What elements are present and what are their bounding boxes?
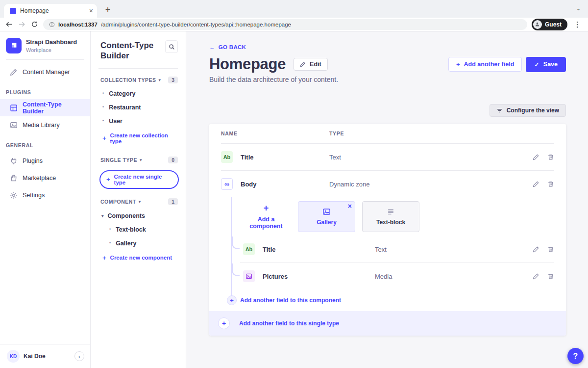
subnav-group-components[interactable]: ▾ Components <box>91 209 186 223</box>
pencil-icon <box>533 154 539 160</box>
component-card-label: Text-block <box>376 219 405 226</box>
group-component[interactable]: COMPONENT ▾ 1 <box>91 190 186 209</box>
subnav-item-gallery[interactable]: • Gallery <box>91 237 186 250</box>
main-sidebar: Strapi Dashboard Workplace Content Manag… <box>0 31 91 368</box>
create-component-link[interactable]: + Create new component <box>91 250 186 265</box>
sidebar-divider <box>6 59 84 60</box>
tab-close-icon[interactable]: × <box>89 7 93 14</box>
sidebar-item-settings[interactable]: Settings <box>0 186 90 204</box>
bullet-icon: • <box>109 227 111 232</box>
add-field-to-single-type-button[interactable]: + Add another field to this single type <box>209 311 566 336</box>
subnav-item-label: Gallery <box>116 240 136 247</box>
browser-forward-icon[interactable] <box>18 20 26 28</box>
dz-connector <box>232 263 240 276</box>
component-card-gallery[interactable]: × Gallery <box>298 201 355 232</box>
trash-icon <box>547 181 554 187</box>
count-badge: 1 <box>168 198 178 205</box>
url-bar[interactable]: localhost:1337/admin/plugins/content-typ… <box>43 19 527 30</box>
sidebar-section-plugins: PLUGINS <box>0 80 90 99</box>
delete-field-button[interactable] <box>547 246 554 253</box>
browser-tab[interactable]: Homepage × <box>4 4 97 18</box>
page-subtitle: Build the data architecture of your cont… <box>209 76 566 83</box>
sidebar-item-content-manager[interactable]: Content Manager <box>0 63 90 80</box>
subnav-item-user[interactable]: • User <box>91 114 186 128</box>
url-host: localhost:1337 <box>58 22 98 27</box>
sidebar-item-label: Marketplace <box>23 175 56 182</box>
field-name: Body <box>241 181 257 188</box>
add-component-button[interactable]: + Add a component <box>241 201 291 232</box>
profile-button[interactable]: Guest <box>532 19 567 30</box>
field-name: Pictures <box>263 273 288 280</box>
edit-field-button[interactable] <box>533 181 539 187</box>
sidebar-item-media-library[interactable]: Media Library <box>0 116 90 133</box>
edit-field-button[interactable] <box>533 154 539 160</box>
browser-menu-icon[interactable]: ⋮ <box>572 20 583 29</box>
pencil-icon <box>300 61 306 67</box>
save-button[interactable]: ✓ Save <box>526 57 566 72</box>
group-single-type[interactable]: SINGLE TYPE ▾ 0 <box>91 149 186 167</box>
plus-circle-icon: + <box>218 317 230 329</box>
text-field-icon: Ab <box>221 151 233 163</box>
create-link-label: Create new collection type <box>110 132 178 144</box>
go-back-link[interactable]: ← GO BACK <box>209 44 246 50</box>
browser-back-icon[interactable] <box>5 20 13 28</box>
help-button[interactable]: ? <box>567 348 584 364</box>
dz-connector <box>232 237 240 249</box>
remove-component-icon[interactable]: × <box>348 202 352 210</box>
create-single-type-link[interactable]: + Create new single type <box>99 170 179 189</box>
delete-field-button[interactable] <box>547 181 554 187</box>
plus-icon: + <box>106 176 110 183</box>
subnav-item-restaurant[interactable]: • Restaurant <box>91 101 186 114</box>
caret-down-icon: ▾ <box>101 213 104 218</box>
column-header-type: TYPE <box>329 131 520 136</box>
group-label: COLLECTION TYPES <box>100 77 156 83</box>
tab-list-chevron-icon[interactable]: ⌄ <box>576 4 581 12</box>
subnav-item-label: Text-block <box>116 226 146 233</box>
sidebar-collapse-button[interactable]: ‹ <box>74 351 84 361</box>
save-button-label: Save <box>543 61 558 68</box>
count-badge: 0 <box>168 157 178 163</box>
plus-icon: + <box>456 61 460 68</box>
component-card-text-block[interactable]: Text-block <box>362 201 419 232</box>
pencil-icon <box>533 246 539 253</box>
add-another-field-button[interactable]: + Add another field <box>448 57 522 72</box>
new-tab-button[interactable]: + <box>102 4 114 16</box>
media-field-icon <box>243 270 255 282</box>
field-name: Title <box>241 154 254 161</box>
edit-field-button[interactable] <box>533 246 539 253</box>
page-title: Homepage <box>209 55 286 73</box>
subnav-item-label: User <box>109 118 122 125</box>
search-button[interactable] <box>165 40 178 53</box>
trash-icon <box>547 154 554 160</box>
delete-field-button[interactable] <box>547 273 554 280</box>
sidebar-item-plugins[interactable]: Plugins <box>0 152 90 169</box>
table-header: NAME TYPE <box>209 124 566 143</box>
component-card-label: Gallery <box>317 219 337 226</box>
sidebar-item-marketplace[interactable]: Marketplace <box>0 169 90 186</box>
group-collection-types[interactable]: COLLECTION TYPES ▾ 3 <box>91 69 186 87</box>
sidebar-item-label: Settings <box>23 192 45 199</box>
user-avatar[interactable]: KD <box>7 350 20 363</box>
create-link-label: Create new component <box>110 255 172 261</box>
picture-icon <box>322 208 331 216</box>
plus-icon: + <box>102 135 106 141</box>
bullet-icon: • <box>102 105 104 109</box>
delete-field-button[interactable] <box>547 154 554 160</box>
configure-view-button[interactable]: Configure the view <box>490 104 566 117</box>
sidebar-item-content-type-builder[interactable]: Content-Type Builder <box>0 99 90 116</box>
browser-reload-icon[interactable] <box>30 20 39 28</box>
site-info-icon[interactable] <box>49 22 55 27</box>
subnav-item-text-block[interactable]: • Text-block <box>91 223 186 237</box>
address-bar: localhost:1337/admin/plugins/content-typ… <box>0 18 588 31</box>
edit-field-button[interactable] <box>533 273 539 280</box>
trash-icon <box>547 246 554 253</box>
edit-button-label: Edit <box>310 61 321 68</box>
subnav-item-category[interactable]: • Category <box>91 87 186 101</box>
brand[interactable]: Strapi Dashboard Workplace <box>0 31 90 59</box>
group-label: SINGLE TYPE <box>100 157 137 163</box>
create-collection-type-link[interactable]: + Create new collection type <box>91 128 186 149</box>
table-row-title: Ab Title Text <box>209 144 566 170</box>
add-field-to-component-button[interactable]: + Add another field to this component <box>209 289 566 311</box>
brand-title: Strapi Dashboard <box>26 39 77 46</box>
edit-button[interactable]: Edit <box>294 58 328 71</box>
